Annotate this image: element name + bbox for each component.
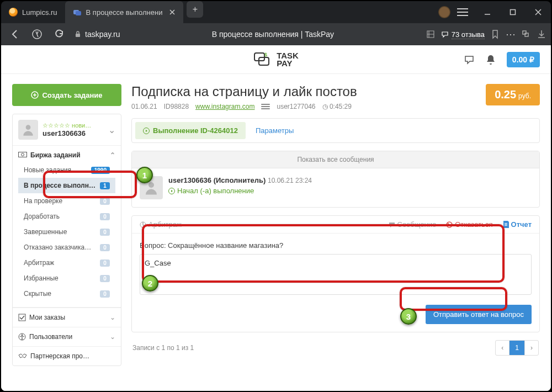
download-icon[interactable] — [537, 29, 546, 39]
sidebar-item[interactable]: Арбитраж0 — [18, 255, 115, 271]
arbitrage-button[interactable]: Арбитраж — [140, 220, 182, 229]
task-meta: 01.06.21 ID98828 www.instagram.com user1… — [131, 103, 357, 110]
svg-rect-6 — [525, 33, 528, 36]
sidebar: Создать задание ☆☆☆☆☆ нови… user1306636 … — [12, 84, 121, 391]
message-button[interactable]: Сообщение — [389, 220, 437, 229]
answer-question: Вопрос: Сокращённое название магазина? — [140, 241, 532, 250]
chevron-down-icon: ⌄ — [108, 125, 115, 135]
tab-params[interactable]: Параметры — [248, 122, 301, 139]
main-content: Подписка на страницу и лайк постов 01.06… — [131, 84, 540, 391]
svg-point-18 — [148, 182, 154, 188]
message-ts: 10.06.21 23:24 — [268, 177, 312, 184]
sidebar-users[interactable]: Пользователи ⌄ — [13, 327, 121, 346]
create-task-button[interactable]: Создать задание — [12, 84, 121, 106]
check-list-icon — [18, 314, 26, 321]
svg-rect-14 — [19, 314, 25, 321]
reviews-link[interactable]: 73 отзыва — [441, 29, 485, 39]
favicon-icon — [9, 8, 18, 17]
chat-icon[interactable] — [464, 54, 475, 65]
sidebar-partner[interactable]: Партнерская про… — [13, 346, 121, 365]
sidebar-item[interactable]: Новые задания1990 — [18, 162, 115, 178]
svg-rect-1 — [76, 11, 81, 15]
tab-label: В процессе выполнени — [86, 8, 163, 17]
answer-textarea[interactable] — [140, 254, 532, 295]
svg-rect-24 — [505, 225, 507, 226]
pagination: ‹ 1 › — [495, 340, 539, 356]
browser-tab-lumpics[interactable]: Lumpics.ru — [1, 1, 65, 23]
balance-badge[interactable]: 0.00 ₽ — [507, 52, 540, 67]
svg-rect-4 — [76, 34, 80, 37]
sidebar-item[interactable]: Отказано заказчика…0 — [18, 240, 115, 255]
profile-avatar[interactable] — [438, 6, 450, 18]
count-badge: 0 — [100, 244, 110, 251]
report-button[interactable]: Отчет — [503, 220, 532, 229]
new-tab-button[interactable]: + — [187, 1, 203, 18]
browser-tab-taskpay[interactable]: В процессе выполнени — [65, 1, 184, 23]
svg-text:$: $ — [264, 52, 267, 57]
sidebar-item[interactable]: В процессе выполн…1 — [18, 178, 115, 193]
avatar-icon — [140, 176, 163, 199]
task-tabs: Выполнение ID-4264012 Параметры — [131, 118, 540, 143]
sidebar-item[interactable]: Скрытые0 — [18, 286, 115, 301]
svg-point-11 — [26, 125, 31, 130]
submit-answer-button[interactable]: Отправить ответ на вопрос — [426, 305, 532, 324]
sidebar-item[interactable]: Завершенные0 — [18, 224, 115, 240]
refuse-button[interactable]: Отказаться — [446, 220, 492, 229]
tab-label: Lumpics.ru — [22, 8, 57, 17]
count-badge: 0 — [100, 213, 110, 220]
logo[interactable]: $ TASK PAY — [253, 52, 299, 67]
message-action: Начал (-а) выполнение — [168, 187, 312, 195]
url-host[interactable]: taskpay.ru — [85, 30, 120, 39]
price-badge: 0.25руб. — [486, 84, 540, 105]
clock-icon: ◷ 0:45:29 — [322, 103, 352, 110]
handshake-icon — [18, 353, 27, 359]
translate-icon[interactable] — [426, 29, 436, 39]
count-badge: 0 — [100, 198, 110, 205]
extensions-icon[interactable] — [521, 29, 531, 39]
reload-button[interactable] — [50, 25, 68, 44]
accessibility-icon — [18, 333, 26, 341]
pager-page[interactable]: 1 — [509, 341, 525, 355]
maximize-button[interactable] — [500, 1, 526, 23]
count-badge: 0 — [100, 259, 110, 267]
favicon-icon — [73, 8, 82, 17]
svg-rect-12 — [19, 152, 27, 157]
bookmark-icon[interactable] — [490, 29, 500, 39]
pager-next[interactable]: › — [525, 341, 538, 355]
menu-button[interactable] — [457, 8, 468, 16]
sidebar-orders[interactable]: Мои заказы ⌄ — [13, 308, 121, 327]
user-name: user1306636 — [43, 129, 91, 137]
sidebar-section-market[interactable]: Биржа заданий ⌃ — [18, 151, 115, 159]
address-bar: taskpay.ru В процессе выполнения | TaskP… — [1, 23, 551, 45]
chevron-down-icon: ⌄ — [110, 314, 115, 321]
count-badge: 0 — [100, 275, 110, 282]
more-icon[interactable]: ⋯ — [506, 28, 516, 40]
money-icon — [18, 152, 27, 158]
sidebar-item[interactable]: Доработать0 — [18, 209, 115, 224]
records-label: Записи с 1 по 1 из 1 — [132, 344, 194, 352]
back-button[interactable] — [6, 25, 24, 44]
count-badge: 0 — [100, 229, 110, 236]
minimize-button[interactable] — [475, 1, 500, 23]
pager-prev[interactable]: ‹ — [496, 341, 509, 355]
page-title: В процессе выполнения | TaskPay — [124, 30, 423, 39]
bell-icon[interactable] — [486, 54, 496, 65]
svg-rect-23 — [505, 224, 507, 225]
avatar-icon — [18, 120, 38, 140]
count-badge: 0 — [100, 290, 110, 298]
svg-point-13 — [22, 153, 24, 156]
browser-titlebar: Lumpics.ru В процессе выполнени + — [1, 1, 551, 23]
count-badge: 1990 — [91, 167, 110, 174]
sidebar-item[interactable]: На проверке0 — [18, 193, 115, 209]
window-close-button[interactable] — [526, 1, 551, 23]
task-link[interactable]: www.instagram.com — [195, 103, 254, 110]
user-block[interactable]: ☆☆☆☆☆ нови… user1306636 ⌄ — [13, 114, 121, 146]
sidebar-item[interactable]: Избранные0 — [18, 271, 115, 286]
chevron-down-icon: ⌄ — [110, 333, 115, 341]
svg-rect-22 — [505, 223, 507, 224]
close-icon[interactable] — [169, 9, 176, 15]
show-all-messages[interactable]: Показать все сообщения — [132, 151, 539, 168]
chevron-up-icon: ⌃ — [110, 151, 115, 159]
tab-execution[interactable]: Выполнение ID-4264012 — [135, 122, 246, 139]
yandex-button[interactable] — [28, 25, 46, 44]
